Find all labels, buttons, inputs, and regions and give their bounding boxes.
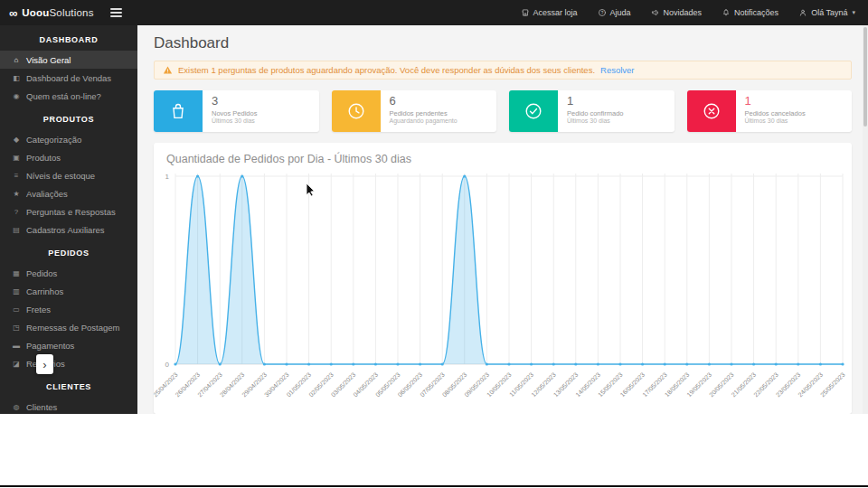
chevron-down-icon: ▾ [852,9,855,16]
truck-icon: ▭ [12,305,21,314]
stat-card-novos-pedidos[interactable]: 3Novos PedidosÚltimos 30 dias [154,90,319,132]
stat-value: 3 [212,94,257,108]
sidebar-item-fretes[interactable]: ▭Fretes [0,300,137,318]
report-icon: ◪ [12,360,21,368]
orders-per-day-chart: 25/04/202326/04/202327/04/202328/04/2023… [154,167,852,408]
sidebar-collapse-button[interactable]: › [36,354,53,374]
topnav-label: Ajuda [610,8,631,17]
topnav-label: Olá Tayná [811,8,847,17]
brand-name-light: Solutions [49,7,93,18]
sidebar-item-carrinhos[interactable]: ▥Carrinhos [0,282,137,300]
bell-icon [722,8,731,17]
svg-text:0: 0 [165,361,170,369]
check-icon [509,90,558,132]
stat-sublabel: Aguardando pagamento [390,117,458,125]
svg-text:1: 1 [165,173,170,181]
cart-icon: ▥ [12,287,21,296]
sidebar-item-label: Quem está on-line? [26,91,101,101]
sidebar-item-label: Fretes [26,305,51,314]
menu-toggle-icon[interactable] [110,8,122,17]
sidebar-item-label: Pedidos [26,268,57,278]
main-content: Dashboard Existem 1 perguntas de produto… [137,25,868,414]
stat-card-pedidos-cancelados[interactable]: 1Pedidos canceladosÚltimos 30 dias [687,90,853,132]
stat-sublabel: Últimos 30 dias [745,117,806,125]
sidebar-item-relatorios[interactable]: ◪Relatórios [0,354,137,372]
online-icon: ◉ [12,92,21,100]
sidebar-item-niveis-de-estoque[interactable]: ≡Níveis de estoque [0,166,137,184]
resolve-link[interactable]: Resolver [600,65,635,75]
sidebar-section-produtos: PRODUTOS [0,105,137,130]
sidebar-item-label: Carrinhos [26,286,63,296]
topnav-acessar-loja[interactable]: Acessar loja [521,8,578,17]
help-icon: ? [598,8,607,17]
sidebar-item-clientes[interactable]: ◍Clientes [0,398,137,414]
window-bottom-edge [0,485,868,487]
star-icon: ★ [12,190,21,198]
client-icon: ◍ [12,403,21,411]
stat-label: Pedidos cancelados [745,109,806,117]
stat-value: 1 [745,94,806,108]
stat-card-pedidos-pendentes[interactable]: 6Pedidos pendentesAguardando pagamento [332,90,497,132]
sidebar-item-produtos[interactable]: ▣Produtos [0,148,137,166]
stat-label: Pedido confirmado [567,109,624,117]
topnav-label: Notificações [734,8,778,17]
sidebar-item-cadastros-auxiliares[interactable]: ▤Cadastros Auxiliares [0,221,137,239]
store-icon [521,8,530,17]
orders-chart-card: Quantidade de Pedidos por Dia - Últimos … [154,143,852,414]
home-icon: ⌂ [12,56,21,64]
brand-logo[interactable]: ∞ UoouSolutions [0,7,103,19]
topnav-user-menu[interactable]: Olá Tayná▾ [798,8,855,17]
stat-value: 1 [567,94,624,108]
stat-card-body: 3Novos PedidosÚltimos 30 dias [203,90,257,132]
sidebar-section-pedidos: PEDIDOS [0,239,137,264]
topnav-novidades[interactable]: Novidades [651,8,703,17]
sidebar-item-pagamentos[interactable]: ▬Pagamentos [0,336,137,354]
user-icon [798,8,807,17]
sidebar-item-label: Dashboard de Vendas [26,73,111,83]
sidebar-item-quem-esta-on-line[interactable]: ◉Quem está on-line? [0,87,137,105]
sidebar-item-categorizacao[interactable]: ◆Categorização [0,130,137,148]
topnav-ajuda[interactable]: ?Ajuda [598,8,631,17]
payment-icon: ▬ [12,342,21,350]
topnav-label: Novidades [664,8,703,17]
topnav-notificacoes[interactable]: Notificações [722,8,778,17]
sidebar-item-label: Cadastros Auxiliares [26,225,105,235]
sidebar-item-pedidos[interactable]: ▦Pedidos [0,264,137,282]
alert-text: Existem 1 perguntas de produtos aguardan… [178,65,595,75]
brand-icon: ∞ [9,7,17,19]
sidebar-item-avaliacoes[interactable]: ★Avaliações [0,184,137,202]
sidebar-item-perguntas-e-respostas[interactable]: ?Perguntas e Respostas [0,202,137,221]
sidebar-item-label: Avaliações [26,189,68,199]
sidebar-item-label: Produtos [26,153,61,163]
stat-label: Novos Pedidos [212,109,257,117]
sales-chart-icon: ◧ [12,74,21,82]
stat-card-body: 6Pedidos pendentesAguardando pagamento [381,90,458,132]
page-title: Dashboard [154,34,852,52]
sidebar-item-label: Perguntas e Respostas [26,207,116,217]
brand-name-bold: Uoou [22,7,49,18]
sidebar-item-label: Categorização [26,135,81,145]
stat-sublabel: Últimos 30 dias [212,117,257,125]
stat-value: 6 [390,94,458,108]
shipment-icon: ◳ [12,324,21,332]
bag-icon [154,90,203,132]
sidebar-item-label: Clientes [26,402,57,412]
pending-questions-alert: Existem 1 perguntas de produtos aguardan… [154,61,852,80]
stat-cards-row: 3Novos PedidosÚltimos 30 dias6Pedidos pe… [154,90,852,132]
sidebar-section-clientes: CLIENTES [0,372,137,398]
sidebar-item-dashboard-de-vendas[interactable]: ◧Dashboard de Vendas [0,69,137,87]
sidebar-item-visao-geral[interactable]: ⌂Visão Geral [0,51,137,69]
topbar-menu: Acessar loja?AjudaNovidadesNotificaçõesO… [521,8,868,17]
cancel-icon [687,90,736,132]
svg-text:?: ? [600,11,603,15]
stat-card-body: 1Pedido confirmadoÚltimos 30 dias [558,90,624,132]
topnav-label: Acessar loja [533,8,578,17]
sidebar-item-label: Remessas de Postagem [26,323,120,333]
sidebar-item-label: Níveis de estoque [26,171,95,181]
brand-name: UoouSolutions [22,7,93,18]
stat-card-pedido-confirmado[interactable]: 1Pedido confirmadoÚltimos 30 dias [509,90,675,132]
scrollbar-thumb[interactable] [863,27,867,127]
stat-label: Pedidos pendentes [390,109,458,117]
orders-icon: ▦ [12,269,21,277]
sidebar-item-remessas-de-postagem[interactable]: ◳Remessas de Postagem [0,318,137,336]
